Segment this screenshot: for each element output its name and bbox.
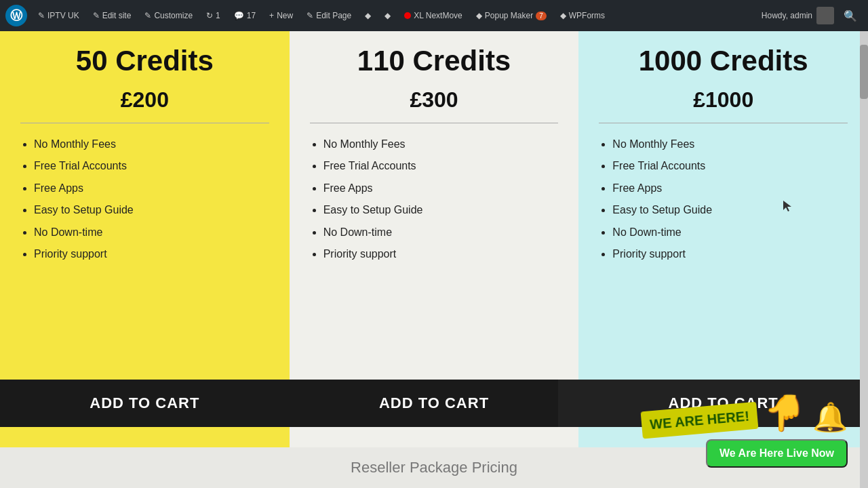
price-50: £200 [20, 87, 269, 113]
live-chat-button[interactable]: We Are Here Live Now [706, 439, 848, 468]
customize-icon: ✎ [144, 11, 151, 20]
card-110-bottom [290, 427, 579, 447]
features-list-1000: No Monthly Fees Free Trial Accounts Free… [599, 137, 848, 268]
card-50-bottom [0, 427, 290, 447]
popup-maker-icon: ◆ [476, 11, 482, 20]
feature-110-2: Free Trial Accounts [323, 159, 559, 174]
scrollbar-thumb[interactable] [860, 45, 868, 99]
chat-icons-row: WE ARE HERE! 👇 🔔 [642, 392, 848, 434]
divider-110 [310, 123, 559, 123]
admin-bar-diamond[interactable]: ◆ [359, 8, 376, 23]
comments-icon: 💬 [234, 11, 244, 20]
admin-bar-edit-page[interactable]: ✎ Edit Page [301, 8, 357, 23]
card-1000-inner: 1000 Credits £1000 No Monthly Fees Free … [578, 31, 868, 380]
admin-bar-iptv-uk[interactable]: ✎ IPTV UK [33, 8, 85, 23]
features-list-50: No Monthly Fees Free Trial Accounts Free… [20, 137, 269, 268]
feature-1000-1: No Monthly Fees [612, 137, 848, 152]
credits-title-110: 110 Credits [310, 45, 559, 77]
divider-50 [20, 123, 269, 123]
feature-110-5: No Down-time [323, 225, 559, 240]
updates-icon: ↻ [206, 11, 213, 20]
admin-bar-wpforms[interactable]: ◆ WPForms [555, 8, 610, 23]
admin-bar-xl-nextmove[interactable]: XL NextMove [399, 8, 468, 23]
chat-widget: WE ARE HERE! 👇 🔔 We Are Here Live Now [642, 392, 848, 468]
we-are-here-badge: WE ARE HERE! [641, 402, 759, 439]
pricing-card-50: 50 Credits £200 No Monthly Fees Free Tri… [0, 31, 290, 447]
feature-50-4: Easy to Setup Guide [34, 203, 269, 218]
scrollbar[interactable] [860, 31, 868, 488]
add-to-cart-50[interactable]: ADD TO CART [0, 380, 310, 427]
edit-icon: ✎ [38, 11, 45, 20]
feature-1000-6: Priority support [612, 247, 848, 262]
new-icon: + [269, 11, 274, 20]
divider-1000 [599, 123, 848, 123]
footer-text: Reseller Package Pricing [351, 459, 517, 476]
xl-dot-icon [404, 12, 411, 19]
price-110: £300 [310, 87, 559, 113]
admin-bar-edit-site[interactable]: ✎ Edit site [87, 8, 137, 23]
features-list-110: No Monthly Fees Free Trial Accounts Free… [310, 137, 559, 268]
wordpress-logo[interactable]: Ⓦ [5, 5, 27, 26]
feature-50-5: No Down-time [34, 225, 269, 240]
pricing-card-1000: 1000 Credits £1000 No Monthly Fees Free … [578, 31, 868, 447]
card-50-inner: 50 Credits £200 No Monthly Fees Free Tri… [0, 31, 290, 380]
feature-110-6: Priority support [323, 247, 559, 262]
admin-bar-comments[interactable]: 💬 17 [229, 8, 261, 23]
feature-50-1: No Monthly Fees [34, 137, 269, 152]
credits-title-50: 50 Credits [20, 45, 269, 77]
edit-site-icon: ✎ [93, 11, 100, 20]
admin-bar-new[interactable]: + New [264, 8, 298, 23]
feature-110-4: Easy to Setup Guide [323, 203, 559, 218]
wpforms-icon: ◆ [560, 11, 566, 20]
credits-title-1000: 1000 Credits [599, 45, 848, 77]
admin-bar-customize[interactable]: ✎ Customize [139, 8, 198, 23]
feature-50-3: Free Apps [34, 181, 269, 196]
hand-icon: 👇 [763, 392, 807, 434]
admin-bar-updates[interactable]: ↻ 1 [201, 8, 226, 23]
admin-avatar [816, 7, 834, 24]
admin-bar: Ⓦ ✎ IPTV UK ✎ Edit site ✎ Customize ↻ 1 … [0, 0, 868, 31]
feature-50-6: Priority support [34, 247, 269, 262]
feature-1000-5: No Down-time [612, 225, 848, 240]
card-110-inner: 110 Credits £300 No Monthly Fees Free Tr… [290, 31, 579, 380]
add-to-cart-110[interactable]: ADD TO CART [269, 380, 599, 427]
search-icon[interactable]: 🔍 [838, 7, 863, 25]
feature-1000-2: Free Trial Accounts [612, 159, 848, 174]
price-1000: £1000 [599, 87, 848, 113]
bell-icon: 🔔 [812, 401, 848, 434]
feature-1000-3: Free Apps [612, 181, 848, 196]
wpml-icon: ◆ [384, 11, 391, 20]
edit-page-icon: ✎ [307, 11, 313, 20]
admin-bar-popup-maker[interactable]: ◆ Popup Maker 7 [471, 8, 552, 23]
howdy-section: Howdy, admin 🔍 [762, 7, 863, 25]
feature-110-1: No Monthly Fees [323, 137, 559, 152]
pricing-cards-row: 50 Credits £200 No Monthly Fees Free Tri… [0, 31, 868, 447]
admin-bar-wpml[interactable]: ◆ [379, 8, 396, 23]
feature-50-2: Free Trial Accounts [34, 159, 269, 174]
feature-1000-4: Easy to Setup Guide [612, 203, 848, 218]
diamond-icon: ◆ [365, 11, 371, 20]
feature-110-3: Free Apps [323, 181, 559, 196]
pricing-card-110: 110 Credits £300 No Monthly Fees Free Tr… [290, 31, 579, 447]
